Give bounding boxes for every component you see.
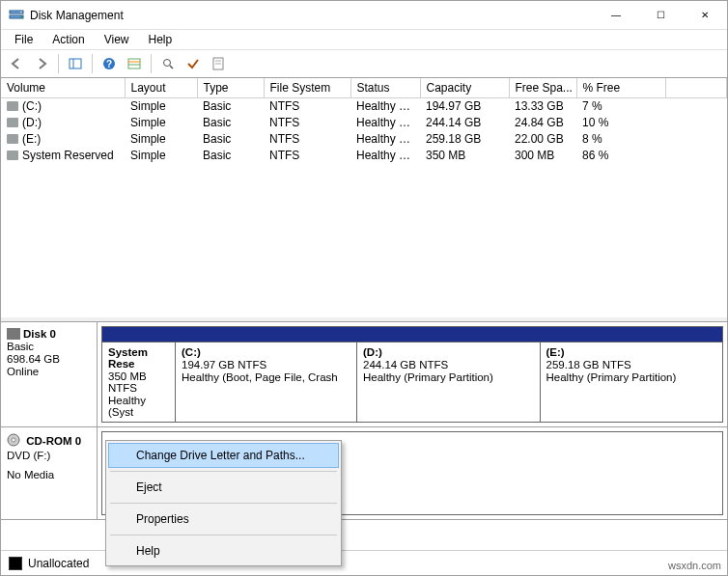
list-view-button[interactable] (123, 52, 146, 75)
toolbar-separator (92, 54, 93, 73)
panel-toggle-button[interactable] (64, 52, 87, 75)
col-layout[interactable]: Layout (125, 78, 197, 97)
col-capacity[interactable]: Capacity (420, 78, 509, 97)
cell-capacity: 194.97 GB (420, 97, 509, 114)
menu-view[interactable]: View (95, 31, 139, 48)
cell-free: 24.84 GB (509, 114, 576, 130)
cell-status: Healthy (B... (350, 97, 420, 114)
disk-row-disk0[interactable]: Disk 0 Basic 698.64 GB Online System Res… (1, 322, 727, 427)
panel-icon (69, 57, 82, 70)
cell-pct: 10 % (576, 114, 665, 130)
svg-line-12 (170, 66, 173, 69)
list-icon (127, 57, 141, 70)
partition-status: Healthy (Syst (108, 395, 169, 418)
volume-table[interactable]: Volume Layout Type File System Status Ca… (1, 78, 727, 163)
cdrom-icon (7, 433, 20, 449)
maximize-button[interactable]: ☐ (638, 1, 683, 30)
cell-free: 300 MB (509, 147, 576, 163)
ctx-properties[interactable]: Properties (108, 507, 339, 532)
forward-button[interactable] (30, 52, 53, 75)
help-toolbar-button[interactable]: ? (98, 52, 121, 75)
cell-capacity: 244.14 GB (420, 114, 509, 130)
check-button[interactable] (182, 52, 205, 75)
col-status[interactable]: Status (350, 78, 420, 97)
table-row[interactable]: (D:)SimpleBasicNTFSHealthy (P...244.14 G… (1, 114, 727, 130)
cell-layout: Simple (125, 114, 197, 130)
partition-system-reserved[interactable]: System Rese 350 MB NTFS Healthy (Syst (102, 343, 176, 422)
partition-title: (D:) (363, 346, 534, 358)
minimize-button[interactable]: — (594, 1, 638, 30)
cell-fs: NTFS (264, 114, 350, 130)
col-freespace[interactable]: Free Spa... (509, 78, 576, 97)
cell-capacity: 259.18 GB (420, 130, 509, 147)
toolbar: ? (1, 49, 727, 78)
sheet-button[interactable] (207, 52, 230, 75)
cell-volume: (E:) (1, 130, 125, 147)
watermark: wsxdn.com (668, 560, 721, 571)
menu-file[interactable]: File (5, 31, 42, 48)
disk-management-window: Disk Management — ☐ ✕ File Action View H… (0, 0, 728, 576)
col-volume[interactable]: Volume (1, 78, 125, 97)
app-icon (9, 8, 24, 23)
cell-capacity: 350 MB (420, 147, 509, 163)
cell-type: Basic (197, 97, 264, 114)
check-icon (186, 57, 200, 70)
back-arrow-icon (10, 57, 23, 70)
volume-icon (7, 134, 18, 144)
titlebar: Disk Management — ☐ ✕ (1, 1, 727, 30)
ctx-separator (110, 535, 337, 535)
menu-help[interactable]: Help (139, 31, 182, 48)
cell-volume: (D:) (1, 114, 125, 130)
disk0-type: Basic (7, 341, 89, 352)
cdrom-status: No Media (7, 469, 89, 480)
cell-fs: NTFS (264, 130, 350, 147)
table-row[interactable]: (E:)SimpleBasicNTFSHealthy (P...259.18 G… (1, 130, 727, 147)
partition-size: 244.14 GB NTFS (363, 359, 534, 370)
partition-title: (C:) (182, 346, 350, 358)
disk0-stripe-header (101, 326, 723, 342)
find-icon (161, 57, 175, 70)
table-row[interactable]: (C:)SimpleBasicNTFSHealthy (B...194.97 G… (1, 97, 727, 114)
partition-status: Healthy (Primary Partition) (546, 371, 717, 383)
menubar: File Action View Help (1, 30, 727, 49)
partition-title: (E:) (546, 346, 717, 358)
ctx-change-drive-letter[interactable]: Change Drive Letter and Paths... (108, 443, 339, 468)
cdrom-type: DVD (F:) (7, 450, 89, 461)
find-button[interactable] (156, 52, 180, 75)
disk0-size: 698.64 GB (7, 353, 89, 365)
svg-text:?: ? (106, 59, 112, 69)
legend-swatch-unallocated (9, 557, 22, 570)
disk0-label: Disk 0 Basic 698.64 GB Online (1, 322, 98, 426)
cell-pct: 8 % (576, 130, 665, 147)
volume-icon (7, 151, 18, 160)
partition-d[interactable]: (D:) 244.14 GB NTFS Healthy (Primary Par… (357, 343, 541, 422)
table-row[interactable]: System ReservedSimpleBasicNTFSHealthy (S… (1, 147, 727, 163)
cell-fs: NTFS (264, 147, 350, 163)
partition-status: Healthy (Primary Partition) (363, 371, 534, 383)
svg-rect-8 (128, 59, 140, 69)
partition-c[interactable]: (C:) 194.97 GB NTFS Healthy (Boot, Page … (176, 343, 357, 422)
ctx-separator (110, 471, 337, 472)
volume-icon (7, 101, 18, 111)
ctx-eject[interactable]: Eject (108, 475, 339, 500)
toolbar-separator (151, 54, 152, 73)
col-pctfree[interactable]: % Free (576, 78, 665, 97)
close-button[interactable]: ✕ (683, 1, 727, 30)
back-button[interactable] (5, 52, 28, 75)
table-header-row: Volume Layout Type File System Status Ca… (1, 78, 727, 97)
svg-point-11 (164, 60, 171, 67)
menu-action[interactable]: Action (42, 31, 94, 48)
ctx-separator (110, 503, 337, 504)
cell-layout: Simple (125, 97, 197, 114)
col-type[interactable]: Type (197, 78, 264, 97)
cell-fs: NTFS (264, 97, 350, 114)
cell-type: Basic (197, 114, 264, 130)
col-filesystem[interactable]: File System (264, 78, 350, 97)
cdrom-name: CD-ROM 0 (26, 435, 81, 447)
ctx-help[interactable]: Help (108, 538, 339, 563)
partition-title: System Rese (108, 346, 169, 370)
svg-point-3 (20, 15, 22, 17)
window-controls: — ☐ ✕ (594, 1, 727, 30)
volume-list-pane: Volume Layout Type File System Status Ca… (1, 78, 727, 321)
partition-e[interactable]: (E:) 259.18 GB NTFS Healthy (Primary Par… (541, 343, 723, 422)
